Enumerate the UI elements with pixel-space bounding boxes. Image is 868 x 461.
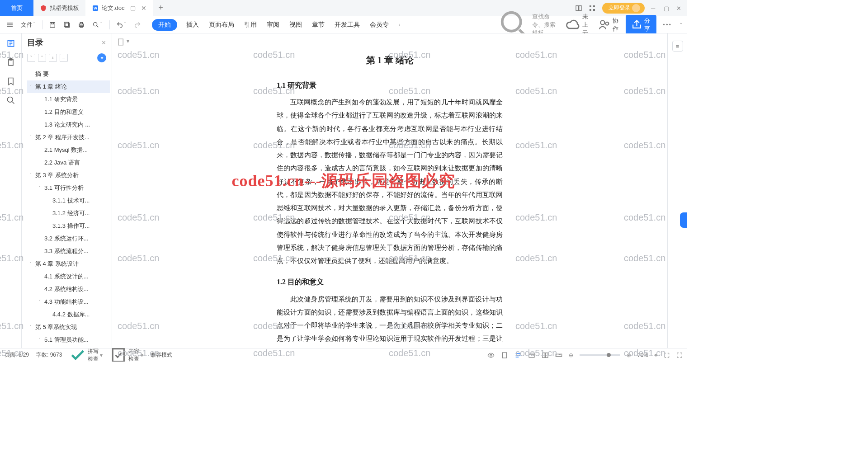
outline-item[interactable]: 4.4.2 数据库... bbox=[27, 308, 110, 321]
outline-item[interactable]: 4.2 系统结构设... bbox=[27, 283, 110, 296]
right-panel-toggle-icon[interactable]: ≡ bbox=[672, 41, 683, 52]
share-button[interactable]: 分享 bbox=[626, 15, 656, 35]
tab-document[interactable]: W 论文.doc ▢ ✕ bbox=[85, 0, 153, 16]
outline-item[interactable]: 2.2 Java 语言 bbox=[27, 156, 110, 169]
ribbon-tab-layout[interactable]: 页面布局 bbox=[208, 19, 235, 31]
outline-item[interactable]: ˇ3.1 可行性分析 bbox=[27, 182, 110, 194]
tab-home[interactable]: 首页 bbox=[0, 0, 33, 16]
document-area[interactable]: ▾ 第 1 章 绪论 1.1 研究背景 互联网概念的产生到如今的蓬勃发展，用了短… bbox=[112, 33, 667, 348]
tab-close-icon[interactable]: ✕ bbox=[141, 5, 146, 12]
fit-page-icon[interactable] bbox=[664, 352, 670, 358]
ribbon-tabs: 开始 插入 页面布局 引用 审阅 视图 章节 开发工具 会员专 › bbox=[152, 19, 401, 31]
outline-item[interactable]: 3.1.1 技术可... bbox=[27, 194, 110, 207]
word-doc-icon: W bbox=[92, 5, 99, 12]
outline-item[interactable]: 1.3 论文研究内 ... bbox=[27, 118, 110, 131]
undo-icon[interactable]: ˇ bbox=[113, 19, 129, 30]
status-words[interactable]: 字数: 9673 bbox=[36, 351, 62, 359]
spellcheck-toggle[interactable]: 拼写检查 ▾ bbox=[69, 347, 103, 362]
ruler-icon[interactable] bbox=[555, 352, 562, 359]
view-mode-outline-icon[interactable] bbox=[514, 352, 522, 359]
svg-rect-9 bbox=[52, 22, 54, 24]
ribbon-more-icon[interactable]: › bbox=[399, 22, 400, 27]
svg-text:W: W bbox=[94, 6, 97, 10]
outline-item[interactable]: ˇ第 5 章系统实现 bbox=[27, 321, 110, 334]
hamburger-menu-icon[interactable] bbox=[4, 19, 16, 30]
file-menu[interactable]: 文件ˇ bbox=[18, 19, 38, 31]
svg-rect-13 bbox=[80, 22, 83, 24]
save-icon[interactable] bbox=[46, 19, 59, 30]
outline-title: 目录 bbox=[27, 37, 43, 48]
ribbon-tab-insert[interactable]: 插入 bbox=[185, 19, 200, 31]
svg-point-17 bbox=[601, 21, 605, 25]
reading-mode-icon[interactable] bbox=[487, 352, 495, 359]
zoom-slider[interactable] bbox=[580, 354, 620, 356]
search-panel-icon[interactable] bbox=[6, 96, 15, 105]
content-check-toggle[interactable]: 内容检查 ▾ bbox=[110, 347, 143, 362]
fullscreen-icon[interactable] bbox=[676, 352, 683, 358]
outline-remove-icon[interactable]: − bbox=[60, 54, 68, 62]
print-preview-icon[interactable]: ˇ bbox=[90, 19, 105, 30]
outline-chat-icon[interactable]: ✦ bbox=[97, 53, 106, 62]
svg-rect-29 bbox=[546, 353, 548, 358]
svg-rect-27 bbox=[529, 353, 534, 357]
save-as-icon[interactable] bbox=[61, 19, 73, 30]
ribbon-tab-member[interactable]: 会员专 bbox=[369, 19, 390, 31]
outline-item[interactable]: 2.1 Mysql 数据... bbox=[27, 144, 110, 156]
status-page[interactable]: 页面: 6/29 bbox=[5, 351, 29, 359]
tab-document-label: 论文.doc bbox=[102, 4, 125, 12]
clipboard-icon[interactable] bbox=[6, 58, 15, 67]
redo-icon[interactable] bbox=[131, 19, 144, 30]
tab-template-label: 找稻壳模板 bbox=[50, 4, 79, 12]
view-mode-split-icon[interactable] bbox=[542, 352, 549, 359]
zoom-in-button[interactable]: ⊕ bbox=[627, 352, 631, 358]
outline-item[interactable]: ˇ第 2 章 程序开发技... bbox=[27, 131, 110, 144]
outline-toolbar: ˇ ˆ + − ✦ bbox=[22, 52, 112, 66]
outline-item[interactable]: ˇ第 3 章 系统分析 bbox=[27, 169, 110, 182]
ribbon-tab-chapter[interactable]: 章节 bbox=[311, 19, 326, 31]
body-text: 此次健身房管理系统的开发，需要用到的知识不仅涉及到界面设计与功能设计方面的知识，… bbox=[277, 293, 503, 348]
tab-template[interactable]: 找稻壳模板 bbox=[33, 0, 85, 16]
outline-item[interactable]: ˇ5.1 管理员功能... bbox=[27, 334, 110, 346]
outline-item[interactable]: 3.1.2 经济可... bbox=[27, 207, 110, 220]
section-heading: 1.1 研究背景 bbox=[277, 78, 503, 92]
print-icon[interactable] bbox=[75, 19, 88, 30]
ribbon-tab-view[interactable]: 视图 bbox=[288, 19, 303, 31]
outline-item[interactable]: ˇ第 1 章 绪论 bbox=[27, 80, 110, 93]
bookmark-icon[interactable] bbox=[6, 77, 15, 86]
outline-item[interactable]: ˇ4.3 功能结构设... bbox=[27, 296, 110, 308]
page-dropdown-icon[interactable]: ▾ bbox=[127, 38, 135, 46]
ribbon-tab-review[interactable]: 审阅 bbox=[266, 19, 280, 31]
outline-item[interactable]: 3.1.3 操作可... bbox=[27, 220, 110, 232]
zoom-value[interactable]: 70% bbox=[637, 352, 648, 358]
add-tab-button[interactable]: + bbox=[153, 3, 169, 13]
outline-item[interactable]: 1.2 目的和意义 bbox=[27, 106, 110, 118]
left-icon-strip bbox=[0, 33, 22, 348]
outline-item[interactable]: ˇ第 4 章 系统设计 bbox=[27, 258, 110, 270]
page-options-icon[interactable] bbox=[117, 38, 125, 46]
ribbon-tab-start[interactable]: 开始 bbox=[152, 19, 177, 31]
ribbon-settings-icon[interactable]: ••• bbox=[663, 21, 672, 28]
window-layout-icon[interactable]: ▢ bbox=[130, 5, 136, 11]
outline-close-icon[interactable]: ✕ bbox=[101, 39, 106, 46]
outline-item[interactable]: 1.1 研究背景 bbox=[27, 93, 110, 106]
outline-panel-icon[interactable] bbox=[6, 39, 15, 48]
side-handle[interactable] bbox=[680, 212, 687, 228]
outline-collapse-all-icon[interactable]: ˇ bbox=[27, 54, 35, 62]
ribbon-tab-developer[interactable]: 开发工具 bbox=[334, 19, 361, 31]
outline-add-icon[interactable]: + bbox=[49, 54, 57, 62]
svg-rect-24 bbox=[113, 348, 124, 361]
outline-item[interactable]: 摘 要 bbox=[27, 68, 110, 80]
ribbon-tab-reference[interactable]: 引用 bbox=[243, 19, 258, 31]
view-mode-web-icon[interactable] bbox=[528, 352, 535, 359]
ribbon-collapse-icon[interactable]: ⌃ bbox=[679, 22, 683, 27]
view-mode-page-icon[interactable] bbox=[501, 352, 508, 359]
compat-mode: 兼容模式 bbox=[151, 351, 172, 359]
collaborate-button[interactable]: 协作 bbox=[599, 17, 619, 33]
outline-item[interactable]: 3.3 系统流程分... bbox=[27, 245, 110, 258]
outline-item[interactable]: 4.1 系统设计的... bbox=[27, 270, 110, 283]
svg-rect-8 bbox=[50, 22, 55, 27]
outline-item[interactable]: 3.2 系统运行环... bbox=[27, 232, 110, 245]
outline-expand-all-icon[interactable]: ˆ bbox=[38, 54, 46, 62]
zoom-out-button[interactable]: ⊖ bbox=[569, 352, 573, 358]
outline-panel: 目录 ✕ ˇ ˆ + − ✦ 摘 要ˇ第 1 章 绪论1.1 研究背景1.2 目… bbox=[22, 33, 112, 348]
